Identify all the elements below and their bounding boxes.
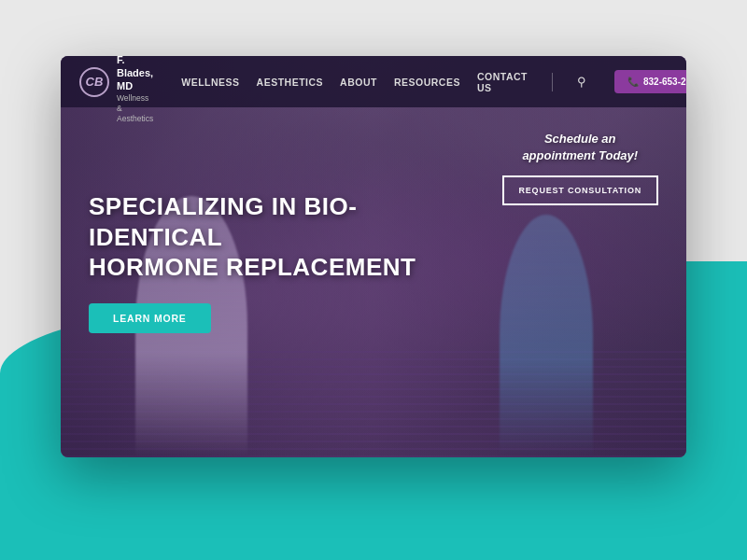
hero-headline: SPECIALIZING IN BIO-IDENTICAL HORMONE RE… [89, 191, 453, 283]
appointment-line1: Schedule an [544, 132, 616, 146]
phone-button[interactable]: 📞 832-653-2946 [614, 70, 686, 93]
search-icon[interactable]: ⚲ [577, 75, 586, 89]
logo-subtitle: Wellness & Aesthetics [117, 93, 153, 124]
nav-divider [552, 73, 553, 91]
hero-headline-line1: SPECIALIZING IN BIO-IDENTICAL [89, 192, 357, 251]
nav-links: WELLNESS AESTHETICS ABOUT RESOURCES CONT… [181, 70, 686, 93]
logo-initials: CB [86, 75, 104, 89]
nav-link-resources[interactable]: RESOURCES [394, 77, 460, 88]
appointment-box: Schedule an appointment Today! REQUEST C… [502, 131, 659, 205]
hero-headline-line2: HORMONE REPLACEMENT [89, 253, 416, 281]
logo-icon: CB [79, 67, 109, 97]
navbar: CB Carrie F. Blades, MD Wellness & Aesth… [61, 56, 686, 107]
logo-area[interactable]: CB Carrie F. Blades, MD Wellness & Aesth… [79, 56, 153, 124]
nav-link-about[interactable]: ABOUT [340, 77, 377, 88]
phone-icon: 📞 [627, 77, 639, 87]
appointment-line2: appointment Today! [522, 148, 638, 162]
hero-section: CB Carrie F. Blades, MD Wellness & Aesth… [61, 56, 686, 457]
learn-more-button[interactable]: LEARN MORE [89, 303, 211, 333]
phone-number: 832-653-2946 [643, 77, 686, 87]
logo-name: Carrie F. Blades, MD [117, 56, 153, 93]
nav-link-contact[interactable]: CONTACT US [477, 71, 528, 93]
browser-window: CB Carrie F. Blades, MD Wellness & Aesth… [61, 56, 686, 457]
nav-link-wellness[interactable]: WELLNESS [181, 77, 239, 88]
nav-link-aesthetics[interactable]: AESTHETICS [257, 77, 324, 88]
appointment-text: Schedule an appointment Today! [502, 131, 659, 164]
logo-text: Carrie F. Blades, MD Wellness & Aestheti… [117, 56, 153, 124]
request-consultation-button[interactable]: REQUEST CONSULTATION [502, 175, 659, 205]
